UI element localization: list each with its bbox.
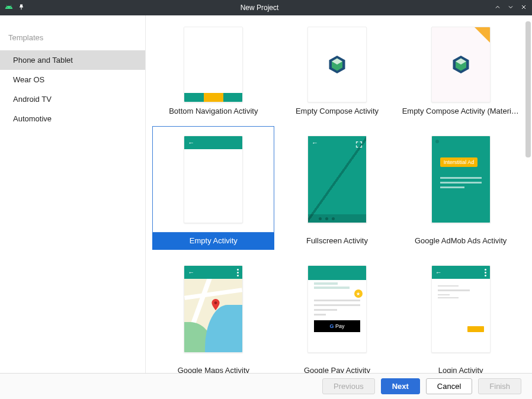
window-title: New Project [25, 4, 494, 12]
template-label: Bottom Navigation Activity [152, 103, 274, 120]
template-empty[interactable]: ←Empty Activity [152, 126, 274, 250]
template-label: Empty Compose Activity (Material3) [400, 103, 522, 120]
template-compose-m3[interactable]: Empty Compose Activity (Material3) [400, 15, 522, 120]
scrollbar-thumb[interactable] [525, 21, 531, 157]
template-label: Google Maps Activity [152, 362, 274, 373]
template-bottomnav[interactable]: Bottom Navigation Activity [152, 15, 274, 120]
template-compose[interactable]: Empty Compose Activity [276, 15, 398, 120]
template-area: Bottom Navigation ActivityEmpty Compose … [146, 15, 532, 373]
template-label: Empty Activity [152, 233, 274, 250]
template-admob[interactable]: Interstitial AdGoogle AdMob Ads Activity [400, 126, 522, 250]
svg-point-6 [214, 301, 217, 304]
next-button[interactable]: Next [381, 378, 420, 394]
finish-button[interactable]: Finish [478, 378, 521, 394]
template-label: Google AdMob Ads Activity [400, 233, 522, 250]
content-area: Templates Phone and TabletWear OSAndroid… [0, 15, 532, 373]
android-studio-icon [5, 3, 13, 13]
sidebar-item-android-tv[interactable]: Android TV [0, 89, 145, 109]
template-label: Google Pay Activity [276, 362, 398, 373]
sidebar-item-automotive[interactable]: Automotive [0, 109, 145, 128]
sidebar: Templates Phone and TabletWear OSAndroid… [0, 15, 146, 373]
previous-button[interactable]: Previous [322, 378, 375, 394]
template-fullscreen[interactable]: ←Fullscreen Activity [276, 126, 398, 250]
close-icon[interactable] [520, 4, 527, 12]
cancel-button[interactable]: Cancel [426, 378, 472, 394]
template-label: Empty Compose Activity [276, 103, 398, 120]
sidebar-item-phone-and-tablet[interactable]: Phone and Tablet [0, 50, 145, 70]
maximize-icon[interactable] [507, 4, 514, 12]
titlebar: New Project [0, 0, 532, 15]
template-label: Fullscreen Activity [276, 233, 398, 250]
template-maps[interactable]: ←Google Maps Activity [152, 256, 274, 373]
template-label: Login Activity [400, 362, 522, 373]
wizard-footer: Previous Next Cancel Finish [0, 373, 532, 399]
sidebar-item-wear-os[interactable]: Wear OS [0, 70, 145, 89]
sidebar-header: Templates [0, 27, 145, 50]
pin-icon[interactable] [18, 4, 25, 12]
minimize-icon[interactable] [494, 4, 501, 12]
template-login[interactable]: ←Login Activity [400, 256, 522, 373]
template-gpay[interactable]: ★G PayGoogle Pay Activity [276, 256, 398, 373]
